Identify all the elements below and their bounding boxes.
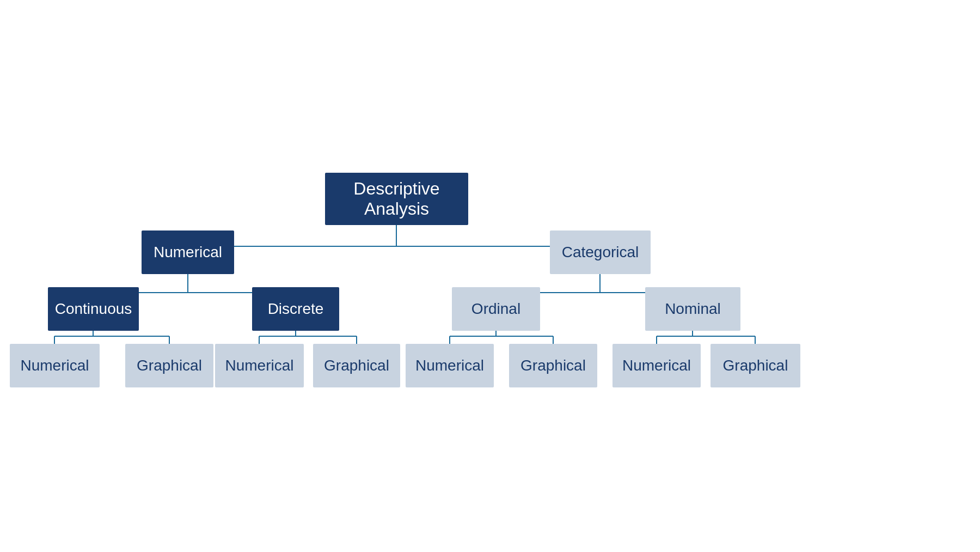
node-continuous: Continuous	[48, 287, 139, 331]
node-discrete-graphical: Graphical	[313, 344, 400, 387]
node-ordinal: Ordinal	[452, 287, 540, 331]
node-nominal-graphical: Graphical	[710, 344, 800, 387]
node-discrete: Discrete	[252, 287, 339, 331]
node-categorical: Categorical	[550, 230, 651, 274]
node-continuous-graphical: Graphical	[125, 344, 213, 387]
node-ordinal-numerical: Numerical	[406, 344, 494, 387]
node-numerical: Numerical	[142, 230, 234, 274]
node-nominal: Nominal	[645, 287, 740, 331]
node-root: Descriptive Analysis	[325, 173, 468, 225]
node-discrete-numerical: Numerical	[215, 344, 304, 387]
diagram: Descriptive Analysis Numerical Categoric…	[0, 86, 980, 467]
node-ordinal-graphical: Graphical	[509, 344, 597, 387]
node-continuous-numerical: Numerical	[10, 344, 100, 387]
connector-lines	[0, 86, 980, 467]
node-nominal-numerical: Numerical	[612, 344, 701, 387]
